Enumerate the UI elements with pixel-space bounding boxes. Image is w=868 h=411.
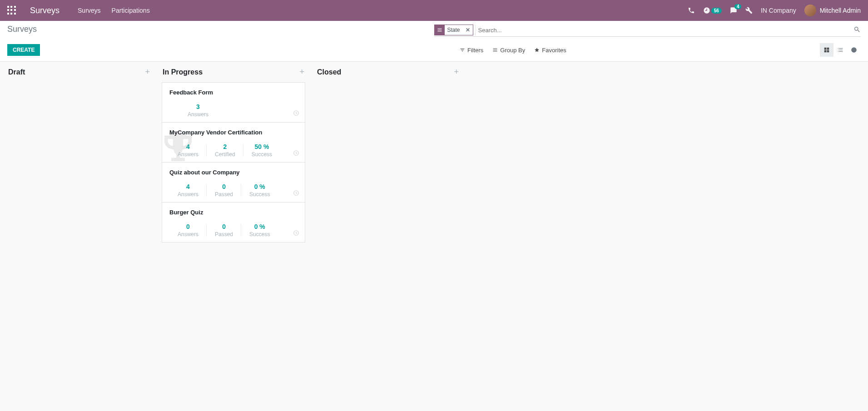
kanban-view-button[interactable] xyxy=(820,43,833,57)
search-input[interactable] xyxy=(475,25,853,35)
column-quick-create-icon[interactable]: + xyxy=(454,67,459,77)
activity-clock-icon[interactable] xyxy=(293,230,299,238)
stat-label: Certified xyxy=(215,151,235,158)
survey-card[interactable]: Feedback Form 3 Answers xyxy=(162,82,305,123)
column-quick-create-icon[interactable]: + xyxy=(299,67,304,77)
card-title: Feedback Form xyxy=(169,89,298,96)
stat-value: 0 xyxy=(215,223,233,230)
groupby-button[interactable]: Group By xyxy=(492,47,525,54)
groupby-facet-icon xyxy=(435,25,445,35)
stat-value: 0 xyxy=(178,223,198,230)
debug-icon[interactable] xyxy=(745,7,753,14)
nav-surveys[interactable]: Surveys xyxy=(78,7,101,14)
stat-value: 0 % xyxy=(249,183,270,190)
phone-icon[interactable] xyxy=(688,7,695,14)
app-brand[interactable]: Surveys xyxy=(30,6,60,15)
messages-badge: 4 xyxy=(734,4,742,9)
nav-participations[interactable]: Participations xyxy=(112,7,150,14)
stat-label: Answers xyxy=(178,231,198,238)
activity-clock-icon[interactable] xyxy=(293,110,299,118)
card-title: Burger Quiz xyxy=(169,209,298,216)
apps-menu-icon[interactable] xyxy=(7,6,16,15)
activities-badge: 56 xyxy=(711,8,722,14)
stat-label: Success xyxy=(249,191,270,198)
favorites-button[interactable]: Favorites xyxy=(534,47,566,54)
kanban-column-draft: Draft + xyxy=(2,67,156,399)
create-button[interactable]: CREATE xyxy=(7,44,40,56)
favorites-label: Favorites xyxy=(542,47,566,54)
kanban-column-closed: Closed + xyxy=(311,67,465,399)
company-selector[interactable]: IN Company xyxy=(761,7,796,14)
column-title[interactable]: Closed xyxy=(317,68,341,76)
stat-value: 0 % xyxy=(249,223,270,230)
facet-label: State xyxy=(445,27,463,33)
groupby-label: Group By xyxy=(500,47,525,54)
stat-label: Answers xyxy=(178,151,198,158)
stat-value: 0 xyxy=(215,183,233,190)
breadcrumb: Surveys xyxy=(7,25,434,34)
control-panel: Surveys State ✕ CREATE xyxy=(0,21,868,62)
stat-label: Answers xyxy=(178,191,198,198)
facet-remove-icon[interactable]: ✕ xyxy=(463,27,473,33)
kanban-column-in-progress: In Progress + Feedback Form 3 Answers xyxy=(156,67,311,399)
stat-value: 4 xyxy=(178,183,198,190)
avatar-icon xyxy=(804,5,816,16)
user-menu[interactable]: Mitchell Admin xyxy=(804,5,861,16)
activity-clock-icon[interactable] xyxy=(293,190,299,198)
activities-icon[interactable]: 56 xyxy=(703,7,722,14)
stat-label: Passed xyxy=(215,231,233,238)
filters-button[interactable]: Filters xyxy=(460,47,483,54)
search-facet-state: State ✕ xyxy=(434,25,473,35)
search-box[interactable]: State ✕ xyxy=(434,25,861,37)
kanban-board: Draft + In Progress + Feedback Form 3 An… xyxy=(0,62,868,405)
stat-label: Answers xyxy=(188,111,208,118)
view-switcher xyxy=(820,43,861,57)
top-navbar: Surveys Surveys Participations 56 4 IN C… xyxy=(0,0,868,21)
stat-label: Passed xyxy=(215,191,233,198)
column-title[interactable]: Draft xyxy=(8,68,25,76)
list-view-button[interactable] xyxy=(833,43,847,57)
survey-card[interactable]: Burger Quiz 0 Answers 0 Passed 0 % Succe… xyxy=(162,202,305,243)
stat-value: 2 xyxy=(215,143,235,150)
stat-label: Success xyxy=(249,231,270,238)
survey-card[interactable]: MyCompany Vendor Certification 4 Answers… xyxy=(162,122,305,163)
messages-icon[interactable]: 4 xyxy=(730,7,737,14)
stat-value: 50 % xyxy=(252,143,272,150)
stat-value: 4 xyxy=(178,143,198,150)
activity-clock-icon[interactable] xyxy=(293,150,299,158)
activity-view-button[interactable] xyxy=(847,43,861,57)
card-title: Quiz about our Company xyxy=(169,169,298,176)
column-title[interactable]: In Progress xyxy=(163,68,203,76)
stat-label: Success xyxy=(252,151,272,158)
user-name: Mitchell Admin xyxy=(820,7,861,14)
column-quick-create-icon[interactable]: + xyxy=(145,67,150,77)
search-icon[interactable] xyxy=(853,26,861,35)
filters-label: Filters xyxy=(467,47,483,54)
survey-card[interactable]: Quiz about our Company 4 Answers 0 Passe… xyxy=(162,162,305,203)
stat-value: 3 xyxy=(188,103,208,110)
